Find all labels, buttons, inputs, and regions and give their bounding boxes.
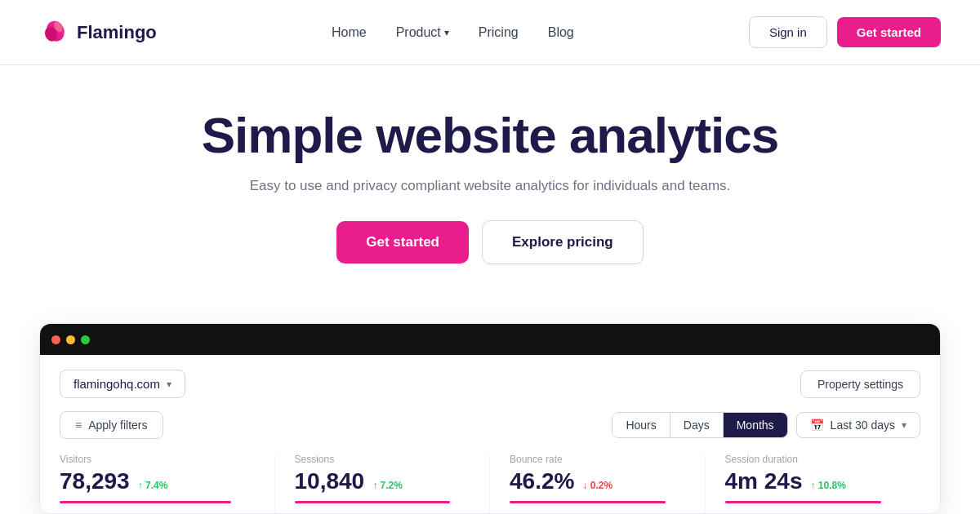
metric-visitors: Visitors 78,293 ↑ 7.4% (60, 454, 275, 513)
time-days-button[interactable]: Days (670, 413, 724, 437)
metric-sessions: Sessions 10,840 ↑ 7.2% (275, 454, 491, 513)
metric-sessions-value-row: 10,840 ↑ 7.2% (295, 468, 490, 494)
metric-session-duration-bar (725, 501, 882, 503)
window-dot-red (51, 335, 60, 344)
hero-subtitle: Easy to use and privacy compliant websit… (39, 178, 941, 194)
metric-visitors-value-row: 78,293 ↑ 7.4% (60, 468, 274, 494)
metric-visitors-value: 78,293 (60, 468, 130, 494)
metric-bounce-rate-change: ↓ 0.2% (582, 480, 612, 491)
metric-visitors-bar (60, 501, 231, 503)
logo-text: Flamingo (77, 22, 157, 43)
nav-actions: Sign in Get started (749, 16, 941, 48)
site-selector-chevron-icon: ▾ (167, 379, 172, 390)
metric-session-duration: Session duration 4m 24s ↑ 10.8% (706, 454, 921, 513)
window-dot-yellow (66, 335, 75, 344)
hero-buttons: Get started Explore pricing (39, 220, 941, 264)
metric-session-duration-value-row: 4m 24s ↑ 10.8% (725, 468, 921, 494)
dashboard-body: flamingohq.com ▾ Property settings ≡ App… (40, 355, 940, 513)
metric-session-duration-change: ↑ 10.8% (810, 480, 845, 491)
time-btn-group: Hours Days Months (612, 412, 787, 438)
time-hours-button[interactable]: Hours (612, 413, 670, 437)
site-selector-button[interactable]: flamingohq.com ▾ (60, 370, 185, 398)
nav-pricing[interactable]: Pricing (479, 25, 519, 40)
time-months-button[interactable]: Months (724, 413, 787, 437)
window-dot-green (81, 335, 90, 344)
hero-title: Simple website analytics (39, 108, 941, 163)
metric-sessions-change: ↑ 7.2% (372, 480, 403, 491)
site-selector-value: flamingohq.com (74, 377, 160, 391)
nav-home[interactable]: Home (332, 25, 367, 40)
logo: Flamingo (39, 18, 157, 47)
navbar: Flamingo Home Product ▾ Pricing Blog Sig… (0, 0, 980, 65)
time-controls: Hours Days Months 📅 Last 30 days ▾ (612, 412, 920, 438)
metric-bounce-rate-label: Bounce rate (510, 454, 705, 465)
flamingo-logo-icon (39, 18, 69, 47)
dashboard-filter-bar: ≡ Apply filters Hours Days Months 📅 Last… (60, 411, 920, 439)
metric-session-duration-label: Session duration (725, 454, 921, 465)
calendar-icon: 📅 (810, 419, 824, 432)
get-started-nav-button[interactable]: Get started (837, 17, 941, 47)
product-dropdown-chevron: ▾ (444, 27, 449, 38)
metric-session-duration-value: 4m 24s (725, 468, 803, 494)
nav-product[interactable]: Product ▾ (396, 25, 449, 40)
nav-blog[interactable]: Blog (548, 25, 574, 40)
apply-filters-label: Apply filters (88, 419, 147, 432)
metric-sessions-bar (295, 501, 451, 503)
nav-links: Home Product ▾ Pricing Blog (332, 25, 574, 40)
signin-button[interactable]: Sign in (749, 16, 827, 48)
apply-filters-button[interactable]: ≡ Apply filters (60, 411, 163, 439)
date-range-button[interactable]: 📅 Last 30 days ▾ (796, 412, 920, 438)
hero-section: Simple website analytics Easy to use and… (0, 65, 980, 323)
hero-get-started-button[interactable]: Get started (336, 221, 469, 264)
metric-bounce-rate: Bounce rate 46.2% ↓ 0.2% (490, 454, 706, 513)
metric-visitors-change: ↑ 7.4% (138, 480, 168, 491)
metric-visitors-label: Visitors (60, 454, 274, 465)
date-range-chevron-icon: ▾ (902, 419, 906, 431)
metrics-row: Visitors 78,293 ↑ 7.4% Sessions 10,840 ↑… (60, 454, 920, 513)
metric-bounce-rate-value: 46.2% (510, 468, 574, 494)
dashboard-preview: flamingohq.com ▾ Property settings ≡ App… (39, 323, 941, 514)
dashboard-titlebar (40, 324, 940, 355)
dashboard-top-bar: flamingohq.com ▾ Property settings (60, 370, 920, 398)
metric-sessions-value: 10,840 (295, 468, 365, 494)
metric-bounce-rate-bar (510, 501, 666, 503)
metric-bounce-rate-value-row: 46.2% ↓ 0.2% (510, 468, 705, 494)
metric-sessions-label: Sessions (295, 454, 490, 465)
hero-explore-pricing-button[interactable]: Explore pricing (482, 220, 644, 264)
filter-icon: ≡ (75, 419, 82, 432)
date-range-label: Last 30 days (831, 419, 895, 432)
property-settings-button[interactable]: Property settings (800, 370, 920, 398)
